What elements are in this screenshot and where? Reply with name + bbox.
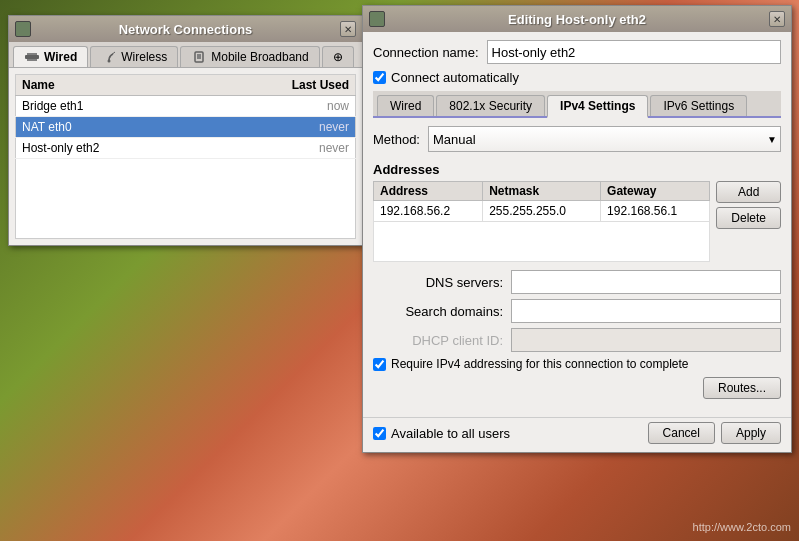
addresses-title: Addresses <box>373 162 781 177</box>
edit-tab-ipv6[interactable]: IPv6 Settings <box>650 95 747 116</box>
edit-tabs: Wired 802.1x Security IPv4 Settings IPv6… <box>373 91 781 118</box>
edit-bottom: Available to all users Cancel Apply <box>363 417 791 452</box>
dhcp-input <box>511 328 781 352</box>
addresses-section: Addresses Address Netmask Gateway 192.16… <box>373 162 781 262</box>
search-label: Search domains: <box>373 304 503 319</box>
connection-name-input[interactable] <box>487 40 781 64</box>
edit-tab-ipv4[interactable]: IPv4 Settings <box>547 95 648 118</box>
conn-name: Host-only eth2 <box>16 138 207 159</box>
dns-label: DNS servers: <box>373 275 503 290</box>
nc-close-btn[interactable]: ✕ <box>340 21 356 37</box>
dialog-buttons: Cancel Apply <box>648 422 781 444</box>
edit-titlebar: Editing Host-only eth2 ✕ <box>363 6 791 32</box>
connection-name-row: Connection name: <box>373 40 781 64</box>
dns-input[interactable] <box>511 270 781 294</box>
method-select[interactable]: Manual <box>428 126 781 152</box>
svg-rect-0 <box>25 55 39 59</box>
nc-window-icon <box>15 21 31 37</box>
nc-titlebar: Network Connections ✕ <box>9 16 362 42</box>
edit-title: Editing Host-only eth2 <box>385 12 769 27</box>
edit-window-icon <box>369 11 385 27</box>
dns-row: DNS servers: <box>373 270 781 294</box>
require-ipv4-row: Require IPv4 addressing for this connect… <box>373 357 781 371</box>
dhcp-row: DHCP client ID: <box>373 328 781 352</box>
edit-tab-8021x[interactable]: 802.1x Security <box>436 95 545 116</box>
addr-buttons: Add Delete <box>716 181 781 262</box>
routes-button[interactable]: Routes... <box>703 377 781 399</box>
conn-last-used: now <box>207 96 356 117</box>
nc-titlebar-buttons: ✕ <box>340 21 356 37</box>
wireless-icon <box>101 51 117 63</box>
addr-address: 192.168.56.2 <box>374 201 483 222</box>
connect-auto-checkbox[interactable] <box>373 71 386 84</box>
nc-title: Network Connections <box>31 22 340 37</box>
col-address: Address <box>374 182 483 201</box>
addr-empty-row <box>374 222 710 262</box>
connection-name-label: Connection name: <box>373 45 479 60</box>
col-last-used: Last Used <box>207 75 356 96</box>
available-users-checkbox[interactable] <box>373 427 386 440</box>
conn-last-used: never <box>207 138 356 159</box>
apply-button[interactable]: Apply <box>721 422 781 444</box>
col-name: Name <box>16 75 207 96</box>
col-gateway: Gateway <box>601 182 710 201</box>
svg-rect-5 <box>197 54 201 59</box>
edit-window: Editing Host-only eth2 ✕ Connection name… <box>362 5 792 453</box>
conn-name: Bridge eth1 <box>16 96 207 117</box>
connect-auto-row: Connect automatically <box>373 70 781 85</box>
nc-tab-mobile[interactable]: Mobile Broadband <box>180 46 319 67</box>
mobile-icon <box>191 51 207 63</box>
edit-titlebar-buttons: ✕ <box>769 11 785 27</box>
cancel-button[interactable]: Cancel <box>648 422 715 444</box>
available-users-row: Available to all users <box>373 426 510 441</box>
require-ipv4-label: Require IPv4 addressing for this connect… <box>391 357 689 371</box>
method-wrapper: Manual ▼ <box>428 126 781 152</box>
table-row[interactable]: Bridge eth1 now <box>16 96 356 117</box>
addr-table-wrapper: Address Netmask Gateway 192.168.56.2 255… <box>373 181 781 262</box>
svg-rect-1 <box>27 53 37 55</box>
search-input[interactable] <box>511 299 781 323</box>
col-netmask: Netmask <box>483 182 601 201</box>
edit-close-btn[interactable]: ✕ <box>769 11 785 27</box>
available-users-label: Available to all users <box>391 426 510 441</box>
table-row[interactable]: Host-only eth2 never <box>16 138 356 159</box>
nc-tabs: Wired Wireless Mobile Broadband ⊕ <box>9 42 362 68</box>
table-row[interactable]: NAT eth0 never <box>16 117 356 138</box>
addr-table: Address Netmask Gateway 192.168.56.2 255… <box>373 181 710 262</box>
svg-point-3 <box>108 60 111 63</box>
add-addr-button[interactable]: Add <box>716 181 781 203</box>
nc-content: Name Last Used Bridge eth1 now NAT eth0 … <box>9 68 362 245</box>
more-icon: ⊕ <box>333 50 343 64</box>
delete-addr-button[interactable]: Delete <box>716 207 781 229</box>
method-label: Method: <box>373 132 420 147</box>
conn-last-used: never <box>207 117 356 138</box>
nc-tab-wireless[interactable]: Wireless <box>90 46 178 67</box>
nc-tab-more[interactable]: ⊕ <box>322 46 354 67</box>
addr-row[interactable]: 192.168.56.2 255.255.255.0 192.168.56.1 <box>374 201 710 222</box>
method-row: Method: Manual ▼ <box>373 126 781 152</box>
empty-area <box>15 159 356 239</box>
edit-tab-wired[interactable]: Wired <box>377 95 434 116</box>
addr-netmask: 255.255.255.0 <box>483 201 601 222</box>
wired-icon <box>24 51 40 63</box>
svg-rect-2 <box>27 59 37 61</box>
addr-gateway: 192.168.56.1 <box>601 201 710 222</box>
nc-tab-wired[interactable]: Wired <box>13 46 88 67</box>
edit-form: Connection name: Connect automatically W… <box>363 32 791 411</box>
nc-window: Network Connections ✕ Wired Wireless <box>8 15 363 246</box>
routes-row: Routes... <box>373 377 781 399</box>
dhcp-label: DHCP client ID: <box>373 333 503 348</box>
search-row: Search domains: <box>373 299 781 323</box>
connect-auto-label: Connect automatically <box>391 70 519 85</box>
conn-name: NAT eth0 <box>16 117 207 138</box>
nc-connections-table: Name Last Used Bridge eth1 now NAT eth0 … <box>15 74 356 159</box>
require-ipv4-checkbox[interactable] <box>373 358 386 371</box>
watermark: http://www.2cto.com <box>693 521 791 533</box>
